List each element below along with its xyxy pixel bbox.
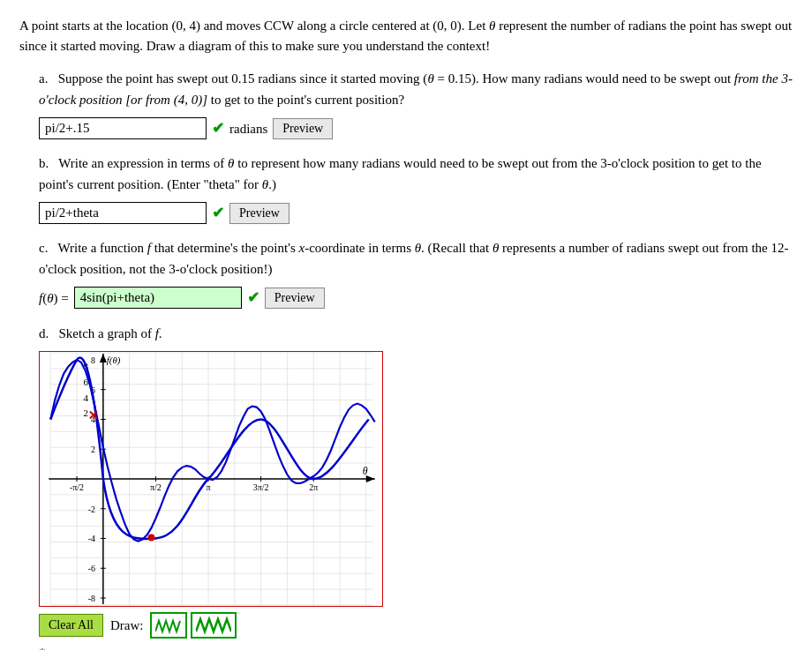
question-c: c. Write a function f that determine's t…: [19, 237, 793, 310]
svg-text:π/2: π/2: [150, 482, 162, 491]
question-a-input[interactable]: [39, 117, 207, 139]
svg-text:4: 4: [84, 392, 89, 402]
question-b-text: b. Write an expression in terms of θ to …: [39, 153, 793, 195]
question-c-label: c.: [39, 241, 55, 255]
svg-text:2: 2: [91, 445, 95, 454]
graph-svg: f(θ) θ 8 6 4 2 8 6 4 2 -2 -4 -6 -8: [40, 352, 382, 606]
question-a-body: Suppose the point has swept out 0.15 rad…: [39, 71, 793, 107]
question-a-checkmark: ✔: [212, 116, 224, 140]
question-c-preview-button[interactable]: Preview: [265, 288, 325, 309]
svg-text:f(θ): f(θ): [107, 354, 121, 365]
svg-text:2: 2: [84, 407, 88, 418]
question-d: d. Sketch a graph of f.: [19, 323, 793, 650]
svg-text:-4: -4: [88, 534, 95, 543]
svg-text:θ: θ: [363, 465, 368, 477]
question-b-checkmark: ✔: [212, 201, 224, 225]
svg-text:π: π: [207, 482, 211, 491]
graph-area[interactable]: f(θ) θ 8 6 4 2 8 6 4 2 -2 -4 -6 -8: [39, 351, 383, 607]
question-c-text: c. Write a function f that determine's t…: [39, 237, 793, 280]
svg-text:-8: -8: [88, 594, 95, 603]
svg-text:-2: -2: [88, 504, 95, 513]
question-a-unit: radians: [229, 118, 267, 139]
question-c-checkmark: ✔: [247, 286, 259, 310]
question-c-answer-row: f(θ) = ✔ Preview: [39, 286, 793, 310]
question-d-text: d. Sketch a graph of f.: [39, 323, 793, 344]
graph-controls-row: Clear All Draw:: [39, 612, 793, 639]
required-asterisk: *: [39, 642, 793, 650]
svg-text:-π/2: -π/2: [70, 482, 84, 491]
question-c-input[interactable]: [74, 287, 242, 309]
question-a-text: a. Suppose the point has swept out 0.15 …: [39, 68, 793, 110]
svg-point-68: [147, 534, 154, 541]
draw-icon-1[interactable]: [150, 612, 187, 639]
draw-label: Draw:: [110, 615, 144, 636]
svg-text:8: 8: [91, 355, 95, 364]
question-b-label: b.: [39, 156, 56, 170]
question-b: b. Write an expression in terms of θ to …: [19, 153, 793, 225]
question-c-body: Write a function f that determine's the …: [39, 241, 789, 276]
question-a-label: a.: [39, 71, 55, 86]
svg-text:-6: -6: [88, 564, 95, 573]
question-a: a. Suppose the point has swept out 0.15 …: [19, 68, 793, 140]
intro-text: A point starts at the location (0, 4) an…: [19, 16, 793, 56]
svg-text:2π: 2π: [309, 482, 318, 491]
question-a-answer-row: ✔ radians Preview: [39, 116, 793, 140]
question-c-f-label: f(θ) =: [39, 288, 69, 309]
clear-all-button[interactable]: Clear All: [39, 614, 103, 637]
draw-icon-2[interactable]: [191, 612, 237, 639]
question-a-preview-button[interactable]: Preview: [273, 118, 333, 139]
question-b-input[interactable]: [39, 202, 207, 224]
svg-text:3π/2: 3π/2: [253, 482, 269, 491]
draw-icons-container: [150, 612, 237, 639]
question-b-body: Write an expression in terms of θ to rep…: [39, 156, 762, 191]
question-b-answer-row: ✔ Preview: [39, 201, 793, 225]
question-d-label: d.: [39, 326, 56, 340]
question-b-preview-button[interactable]: Preview: [229, 203, 289, 224]
question-d-body: Sketch a graph of f.: [59, 326, 162, 340]
